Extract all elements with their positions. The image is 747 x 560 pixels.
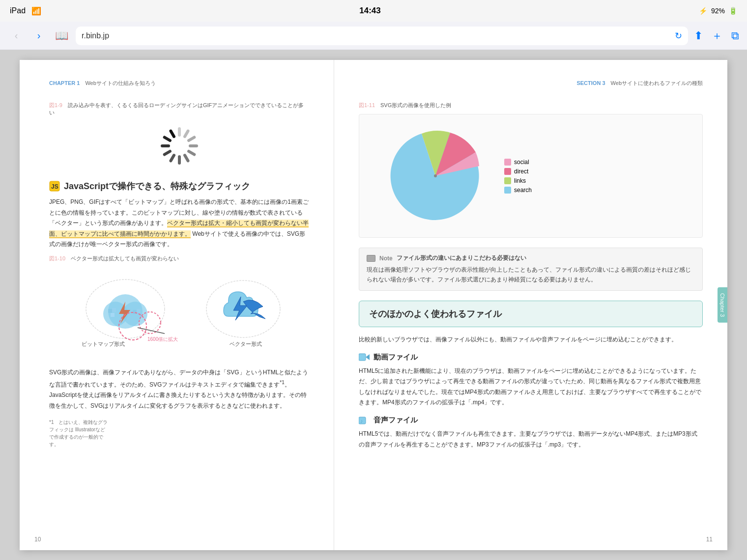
svg-text:ビットマップ形式: ビットマップ形式	[82, 341, 125, 347]
legend-social: social	[504, 159, 532, 166]
tabs-icon[interactable]: ⧉	[731, 29, 739, 42]
svg-marker-36	[366, 354, 370, 360]
legend-direct-color	[504, 168, 511, 175]
section-box-title: そのほかのよく使われるファイル	[369, 309, 502, 319]
body-text-3: SVG形式の画像は、画像ファイルでありながら、データの中身は「SVG」というHT…	[49, 367, 309, 411]
body-text-1: JPEG、PNG、GIFはすべて「ビットマップ」と呼ばれる画像の形式で、基本的に…	[49, 197, 309, 250]
url-bar[interactable]: r.binb.jp ↻	[76, 27, 688, 45]
chapter-label: CHAPTER 1	[49, 80, 80, 86]
wifi-icon: 📶	[31, 6, 41, 16]
svg-rect-35	[359, 354, 366, 361]
js-icon: JS	[49, 181, 60, 192]
page-left: CHAPTER 1 Webサイトの仕組みを知ろう 図1-9 図1-9 読み込み中…	[20, 60, 334, 550]
section-title-header: Webサイトに使われるファイルの種類	[611, 80, 703, 86]
status-time: 14:43	[359, 6, 380, 16]
side-tab-text: Chapter 3	[719, 293, 725, 317]
svg-line-1	[185, 131, 188, 137]
legend-links: links	[504, 177, 532, 184]
legend-social-color	[504, 159, 511, 166]
svg-line-10	[164, 138, 170, 141]
audio-text: HTML5では、動画だけでなく音声ファイルも再生できます。主要なブラウザでは、動…	[359, 429, 703, 450]
battery-level: 92%	[711, 7, 725, 15]
right-page-header: SECTION 3 Webサイトに使われるファイルの種類	[359, 80, 703, 87]
video-heading: 動画ファイル	[359, 353, 703, 362]
video-heading-text: 動画ファイル	[374, 353, 418, 362]
pie-legend: social direct links search	[504, 159, 532, 194]
page-right: Chapter 3 SECTION 3 Webサイトに使われるファイルの種類 図…	[334, 60, 727, 550]
svg-text:1600倍に拡大: 1600倍に拡大	[147, 336, 178, 342]
svg-rect-19	[108, 309, 112, 313]
svg-rect-23	[111, 313, 115, 317]
legend-search: search	[504, 187, 532, 194]
legend-search-color	[504, 187, 511, 194]
figure-110-caption: 図1-10 ベクター形式は拡大しても画質が変わらない	[49, 255, 309, 262]
book-container: CHAPTER 1 Webサイトの仕組みを知ろう 図1-9 図1-9 読み込み中…	[0, 50, 747, 560]
audio-heading: ♪ 音声ファイル	[359, 416, 703, 425]
highlighted-text: ベクター形式は拡大・縮小しても画質が変わらない半面、ビットマップに比べて描画に時…	[49, 220, 309, 238]
svg-text:ベクター形式: ベクター形式	[230, 341, 262, 347]
left-page-header: CHAPTER 1 Webサイトの仕組みを知ろう	[49, 80, 309, 87]
svg-rect-34	[367, 255, 375, 261]
intro-text: 比較的新しいブラウザでは、画像ファイル以外にも、動画ファイルや音声ファイルをペー…	[359, 335, 703, 345]
audio-heading-text: 音声ファイル	[374, 416, 418, 425]
footnote-area: *1 とはいえ、複雑なグラフィックは Illustratorなどで作成するのが一…	[49, 419, 309, 448]
figure-111-caption: 図1-11 SVG形式の画像を使用した例	[359, 102, 703, 109]
left-header-content: CHAPTER 1 Webサイトの仕組みを知ろう	[49, 80, 156, 87]
svg-line-7	[171, 155, 174, 161]
svg-rect-22	[137, 309, 141, 313]
note-text: 現在は画像処理ソフトやブラウザの表示性能が向上したこともあって、ファイル形式の違…	[367, 265, 695, 284]
svg-line-2	[189, 138, 194, 141]
note-box: Note ファイル形式の違いにあまりこだわる必要はない 現在は画像処理ソフトやブ…	[359, 248, 703, 291]
svg-point-32	[434, 174, 437, 177]
battery-icon: 🔋	[729, 7, 737, 15]
right-header-content: SECTION 3 Webサイトに使われるファイルの種類	[576, 80, 703, 87]
svg-line-5	[185, 155, 188, 161]
browser-toolbar: ‹ › 📖 r.binb.jp ↻ ⬆ ＋ ⧉	[0, 22, 747, 50]
video-icon	[359, 353, 370, 362]
left-page-number: 10	[34, 536, 41, 543]
reload-button[interactable]: ↻	[675, 30, 682, 41]
svg-line-11	[171, 131, 174, 137]
legend-links-color	[504, 177, 511, 184]
bluetooth-icon: ⚡	[699, 7, 707, 15]
status-right: ⚡ 92% 🔋	[699, 7, 737, 15]
video-text: HTML5に追加された新機能により、現在のブラウザは、動画ファイルをページに埋め…	[359, 366, 703, 408]
book-spread: CHAPTER 1 Webサイトの仕組みを知ろう 図1-9 図1-9 読み込み中…	[20, 60, 727, 550]
side-tab: Chapter 3	[718, 287, 727, 323]
device-name: iPad	[10, 6, 26, 15]
section-box: そのほかのよく使われるファイル	[359, 301, 703, 327]
svg-text:JS: JS	[51, 183, 58, 190]
legend-direct-label: direct	[514, 168, 528, 175]
svg-text:♪: ♪	[360, 418, 363, 424]
section-heading: JS JavaScriptで操作できる、特殊なグラフィック	[49, 180, 309, 192]
svg-line-27	[138, 328, 165, 334]
note-icon	[367, 255, 375, 262]
section-heading-text: JavaScriptで操作できる、特殊なグラフィック	[64, 180, 250, 192]
pie-chart	[367, 122, 504, 230]
chapter-title: Webサイトの仕組みを知ろう	[85, 80, 155, 86]
note-header: Note ファイル形式の違いにあまりこだわる必要はない	[367, 254, 695, 262]
status-left: iPad 📶	[10, 6, 41, 16]
add-tab-icon[interactable]: ＋	[712, 28, 722, 43]
svg-line-8	[164, 151, 170, 155]
legend-links-label: links	[514, 177, 526, 184]
spinner-figure	[49, 121, 309, 170]
legend-search-label: search	[514, 187, 532, 194]
share-icon[interactable]: ⬆	[694, 29, 703, 42]
vector-figure: ビットマップ形式 1600倍に拡大	[49, 270, 309, 360]
back-button[interactable]: ‹	[8, 28, 25, 44]
legend-direct: direct	[504, 168, 532, 175]
svg-line-4	[189, 151, 194, 155]
right-page-number: 11	[706, 536, 713, 543]
toolbar-right: ⬆ ＋ ⧉	[694, 28, 739, 43]
section-label: SECTION 3	[576, 80, 605, 86]
status-bar: iPad 📶 14:43 ⚡ 92% 🔋	[0, 0, 747, 22]
footnote: *1 とはいえ、複雑なグラフィックは Illustratorなどで作成するのが一…	[49, 419, 113, 448]
forward-button[interactable]: ›	[30, 28, 47, 44]
url-text: r.binb.jp	[82, 31, 109, 40]
figure-19-caption: 図1-9 図1-9 読み込み中を表す、くるくる回るローディングサインはGIFアニ…	[49, 102, 309, 116]
pie-chart-container: social direct links search	[359, 114, 703, 238]
audio-icon: ♪	[359, 416, 370, 425]
svg-rect-20	[112, 308, 116, 312]
bookmarks-button[interactable]: 📖	[53, 28, 70, 44]
